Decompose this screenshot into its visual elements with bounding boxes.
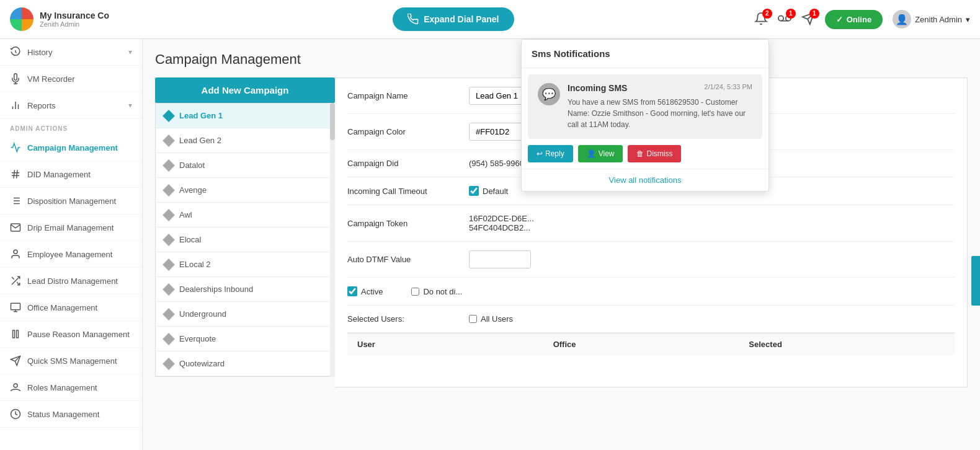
diamond-icon: [163, 358, 175, 370]
sidebar-label-vm-recorder: VM Recorder: [27, 74, 75, 84]
sidebar-label-quick-sms: Quick SMS Management: [27, 356, 117, 366]
diamond-icon: [163, 308, 175, 320]
diamond-icon: [163, 258, 175, 271]
campaign-item[interactable]: Everquote: [156, 327, 334, 351]
quick-sms-icon: [10, 355, 21, 366]
online-button[interactable]: ✓ Online: [825, 10, 883, 29]
campaign-item-name: Underground: [179, 309, 226, 319]
sms-body: You have a new SMS from 5618629530 - Cus…: [568, 97, 752, 130]
incoming-call-default-label: Default: [483, 187, 508, 196]
svg-point-0: [778, 15, 783, 20]
sidebar-label-reports: Reports: [27, 101, 56, 110]
campaign-item-name: Lead Gen 1: [179, 111, 223, 120]
campaign-item-name: Lead Gen 2: [179, 136, 221, 145]
expand-dial-label: Expand Dial Panel: [424, 14, 499, 24]
sms-notification-popup: Sms Notifications 💬 Incoming SMS 2/1/24,…: [521, 39, 769, 192]
view-all-notifications-link[interactable]: View all notifications: [522, 169, 768, 191]
sms-icon[interactable]: 1: [801, 12, 815, 27]
logo-title: My Insurance Co: [40, 11, 109, 20]
sidebar-item-did-management[interactable]: DID Management: [0, 161, 142, 188]
all-users-checkbox[interactable]: [469, 315, 477, 323]
campaign-token-value: 16F02DCE-D6E...54FC404DCB2...: [469, 214, 534, 232]
campaign-item[interactable]: Lead Gen 1: [156, 104, 334, 128]
diamond-icon: [163, 234, 175, 246]
campaign-token-label: Campaign Token: [347, 219, 459, 228]
notifications-bell[interactable]: 2: [754, 12, 768, 27]
sidebar-item-campaign-management[interactable]: Campaign Management: [0, 135, 142, 161]
diamond-icon: [163, 209, 175, 221]
sidebar-item-lead-distro[interactable]: Lead Distro Management: [0, 268, 142, 294]
campaign-list-panel: Add New Campaign Lead Gen 1 Lead Gen 2 D…: [155, 77, 335, 387]
campaign-item[interactable]: Awl: [156, 203, 334, 227]
campaign-item[interactable]: Datalot: [156, 153, 334, 178]
add-campaign-button[interactable]: Add New Campaign: [155, 77, 335, 103]
svg-rect-28: [17, 330, 19, 338]
signal-icon: [10, 142, 21, 153]
scroll-track: [330, 103, 335, 377]
auto-dtmf-input[interactable]: [469, 250, 531, 268]
campaign-item-name: Everquote: [179, 334, 216, 343]
campaign-item-name: Awl: [179, 210, 192, 219]
campaign-item-name: Avenge: [179, 185, 207, 195]
chevron-down-icon: ▾: [966, 15, 970, 24]
user-icon: [10, 249, 21, 260]
logo-subtitle: Zenith Admin: [40, 20, 109, 28]
campaign-list: Lead Gen 1 Lead Gen 2 Datalot Avenge: [155, 103, 335, 377]
logo-area: My Insurance Co Zenith Admin: [10, 7, 153, 31]
active-checkbox[interactable]: [347, 286, 357, 296]
list-icon: [10, 195, 21, 206]
history-icon: [10, 46, 21, 58]
sidebar-label-status: Status Management: [27, 410, 99, 419]
sidebar-item-history[interactable]: History ▾: [0, 39, 142, 66]
sidebar-item-roles-management[interactable]: Roles Management: [0, 374, 142, 401]
reply-button[interactable]: ↩ Reply: [528, 145, 573, 162]
view-button[interactable]: 👤 View: [578, 145, 623, 162]
sidebar-item-status-management[interactable]: Status Management: [0, 401, 142, 428]
building-icon: [10, 302, 21, 313]
blue-scroll-indicator: [971, 256, 980, 306]
campaign-item[interactable]: Elocal: [156, 227, 334, 252]
voicemail-icon[interactable]: 1: [778, 12, 791, 27]
reply-label: Reply: [545, 149, 564, 158]
campaign-item[interactable]: Dealerships Inbound: [156, 277, 334, 302]
campaign-item[interactable]: ELocal 2: [156, 252, 334, 277]
dismiss-button[interactable]: 🗑 Dismiss: [628, 145, 681, 162]
campaign-item-name: Elocal: [179, 235, 201, 244]
expand-dial-button[interactable]: Expand Dial Panel: [393, 7, 514, 31]
sidebar-item-employee-management[interactable]: Employee Management: [0, 241, 142, 268]
header-center: Expand Dial Panel: [153, 7, 754, 31]
sidebar-label-office: Office Management: [27, 303, 97, 312]
sidebar-item-quick-sms[interactable]: Quick SMS Management: [0, 348, 142, 374]
campaign-item[interactable]: Lead Gen 2: [156, 128, 334, 153]
campaign-item-name: Dealerships Inbound: [179, 285, 253, 294]
all-users-label: All Users: [469, 314, 513, 324]
notification-count: 2: [762, 9, 772, 19]
sidebar-item-office-management[interactable]: Office Management: [0, 294, 142, 321]
admin-actions-label: ADMIN ACTIONS: [0, 119, 142, 135]
logo-text: My Insurance Co Zenith Admin: [40, 11, 109, 28]
roles-icon: [10, 382, 21, 393]
distribute-icon: [10, 275, 21, 286]
sms-bubble-icon: 💬: [538, 83, 560, 105]
diamond-icon: [163, 184, 175, 196]
table-header-user: User: [357, 340, 553, 349]
reports-chevron: ▾: [128, 101, 132, 110]
sidebar-item-drip-email[interactable]: Drip Email Management: [0, 214, 142, 241]
campaign-item[interactable]: Underground: [156, 302, 334, 327]
do-not-dis-checkbox[interactable]: [411, 288, 419, 296]
sidebar-item-disposition-management[interactable]: Disposition Management: [0, 188, 142, 214]
campaign-did-value: (954) 585-9960: [469, 159, 524, 168]
incoming-call-checkbox[interactable]: [469, 186, 479, 196]
form-row-selected-users: Selected Users: All Users: [347, 306, 955, 333]
sidebar-item-reports[interactable]: Reports ▾: [0, 92, 142, 119]
sms-title-row: Incoming SMS 2/1/24, 5:33 PM: [568, 83, 752, 93]
form-row-active: Active Do not di...: [347, 278, 955, 306]
campaign-item[interactable]: Quotewizard: [156, 351, 334, 376]
sidebar-item-pause-reason[interactable]: Pause Reason Management: [0, 321, 142, 348]
scroll-thumb[interactable]: [330, 103, 335, 140]
sidebar-item-vm-recorder[interactable]: VM Recorder: [0, 66, 142, 92]
campaign-item[interactable]: Avenge: [156, 178, 334, 203]
sms-notification-item: 💬 Incoming SMS 2/1/24, 5:33 PM You have …: [528, 74, 762, 139]
sidebar: History ▾ VM Recorder Reports ▾ ADMIN AC…: [0, 39, 143, 450]
admin-user-menu[interactable]: 👤 Zenith Admin ▾: [893, 10, 970, 29]
